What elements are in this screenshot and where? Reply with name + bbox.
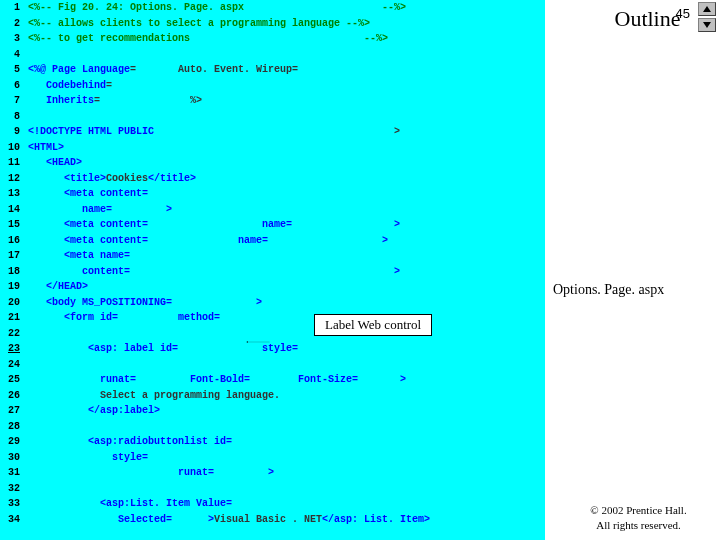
code-line (28, 421, 541, 437)
code-line (28, 49, 541, 65)
code-line: Selected= >Visual Basic . NET</asp: List… (28, 514, 541, 530)
code-content: <%-- Fig 20. 24: Options. Page. aspx --%… (24, 0, 545, 540)
code-line: style= (28, 452, 541, 468)
code-line: <body MS_POSITIONING= > (28, 297, 541, 313)
code-line: <%-- Fig 20. 24: Options. Page. aspx --%… (28, 2, 541, 18)
code-line: <HEAD> (28, 157, 541, 173)
code-line: content= > (28, 266, 541, 282)
svg-marker-2 (703, 6, 711, 12)
code-line (28, 483, 541, 499)
code-panel: 1 2 3 4 5 6 7 8 9 10 11 12 13 14 15 16 1… (0, 0, 545, 540)
callout-label-web-control: Label Web control (314, 314, 432, 336)
callout-text: Label Web control (325, 317, 421, 332)
code-line: <asp:radiobuttonlist id= (28, 436, 541, 452)
file-label: Options. Page. aspx (553, 282, 664, 298)
page-number: 45 (676, 6, 690, 21)
code-line: <form id= method= (28, 312, 541, 328)
arrow-up-icon (702, 5, 712, 13)
code-line: <meta content= (28, 188, 541, 204)
code-line: <meta content= name= > (28, 219, 541, 235)
code-line (28, 359, 541, 375)
code-line: name= > (28, 204, 541, 220)
copyright: © 2002 Prentice Hall. All rights reserve… (551, 503, 720, 532)
code-line: <%-- allows clients to select a programm… (28, 18, 541, 34)
code-line (28, 111, 541, 127)
code-line: <%@ Page Language= Auto. Event. Wireup= (28, 64, 541, 80)
outline-title: Outline (581, 6, 714, 32)
code-line: <meta content= name= > (28, 235, 541, 251)
code-line: <title>Cookies</title> (28, 173, 541, 189)
code-line: Select a programming language. (28, 390, 541, 406)
callout-arrow-icon (200, 341, 316, 343)
code-line: <asp: label id= style= (28, 343, 541, 359)
code-line: runat= > (28, 467, 541, 483)
line-number-gutter: 1 2 3 4 5 6 7 8 9 10 11 12 13 14 15 16 1… (0, 0, 24, 540)
code-line: Inherits= %> (28, 95, 541, 111)
code-line: <meta name= (28, 250, 541, 266)
scroll-up-button[interactable] (698, 2, 716, 16)
code-line: <HTML> (28, 142, 541, 158)
code-line: Codebehind= (28, 80, 541, 96)
code-line: <!DOCTYPE HTML PUBLIC > (28, 126, 541, 142)
svg-marker-1 (246, 341, 248, 343)
code-line: <asp:List. Item Value= (28, 498, 541, 514)
code-line: </asp:label> (28, 405, 541, 421)
code-line: <%-- to get recommendations --%> (28, 33, 541, 49)
scroll-down-button[interactable] (698, 18, 716, 32)
code-line: runat= Font-Bold= Font-Size= > (28, 374, 541, 390)
code-line: </HEAD> (28, 281, 541, 297)
sidebar: 45 Outline Options. Page. aspx © 2002 Pr… (545, 0, 720, 540)
svg-marker-3 (703, 22, 711, 28)
arrow-down-icon (702, 21, 712, 29)
